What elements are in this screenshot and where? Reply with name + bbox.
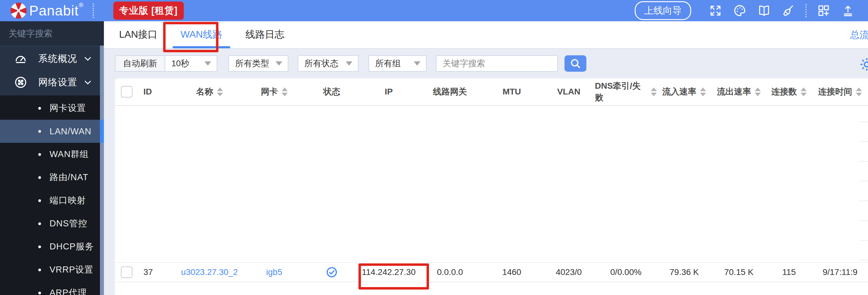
sidebar-item-arp-proxy[interactable]: ARP代理 (0, 281, 104, 295)
adjacent-panel-row-divider (859, 161, 868, 161)
sidebar-item-dhcp-service[interactable]: DHCP服务 (0, 235, 104, 258)
main-content: LAN接口 WAN线路 线路日志 总流量 自动刷新 10秒 所有类型 所有状态 … (104, 21, 868, 295)
bullet-icon (38, 199, 41, 202)
refresh-interval-select[interactable]: 10秒 (165, 55, 217, 72)
bullet-icon (38, 153, 41, 156)
adjacent-panel-row-divider (859, 220, 868, 221)
status-filter-select[interactable]: 所有状态 (298, 55, 359, 72)
bullet-icon (38, 130, 41, 133)
total-traffic-link[interactable]: 总流量 (850, 21, 868, 49)
caret-down-icon (276, 61, 282, 66)
upload-icon[interactable] (841, 4, 855, 18)
col-header-rate-out[interactable]: 流出速率 (712, 86, 766, 97)
type-filter-select[interactable]: 所有类型 (228, 55, 288, 72)
sidebar-item-dns-control[interactable]: DNS管控 (0, 212, 104, 235)
table-row[interactable]: 37 u3023.27.30_2 igb5 114.242.27.30 0.0.… (115, 262, 868, 282)
search-icon (570, 58, 581, 69)
bullet-icon (38, 245, 41, 248)
gauge-icon (14, 52, 27, 65)
sidebar-item-lan-wan[interactable]: LAN/WAN (0, 120, 104, 143)
umbrella-logo-icon (10, 2, 27, 20)
sort-arrows-icon (282, 88, 288, 96)
sort-arrows-icon (755, 88, 761, 96)
sort-arrows-icon (856, 88, 862, 96)
adjacent-panel-row-divider (859, 260, 868, 260)
select-all-cell (121, 86, 138, 97)
keyword-search-input[interactable] (436, 55, 558, 72)
topbar-icons-divider (805, 4, 807, 17)
chevron-down-icon (83, 54, 92, 63)
sidebar-section-system[interactable]: 系统概况 (0, 47, 104, 70)
col-header-dns[interactable]: DNS牵引/失败 (595, 80, 657, 103)
search-button[interactable] (564, 55, 586, 72)
adjacent-panel-row-divider (859, 141, 868, 142)
col-header-ip[interactable]: IP (359, 87, 419, 97)
col-header-status[interactable]: 状态 (305, 86, 359, 97)
sidebar-search-input[interactable] (8, 28, 124, 39)
manual-icon[interactable] (757, 4, 771, 18)
row-rate-out: 70.15 K (712, 267, 766, 277)
bullet-icon (38, 292, 41, 294)
fullscreen-icon[interactable] (709, 4, 722, 18)
col-header-nic[interactable]: 网卡 (243, 86, 305, 97)
sidebar-item-route-nat[interactable]: 路由/NAT (0, 166, 104, 189)
sidebar-search (0, 21, 104, 46)
sidebar-item-port-mapping[interactable]: 端口映射 (0, 189, 104, 212)
edition-badge: 专业版 [租赁] (113, 2, 184, 20)
row-name-link[interactable]: u3023.27.30_2 (181, 267, 238, 277)
sidebar-section-network[interactable]: 网络设置 (0, 70, 104, 94)
sort-arrows-icon (801, 88, 807, 96)
bullet-icon (38, 269, 41, 271)
top-bar: Panabit ® 专业版 [租赁] 上线向导 (0, 0, 868, 21)
sort-arrows-icon (651, 88, 657, 96)
adjacent-panel-row-divider (859, 181, 868, 181)
row-checkbox[interactable] (121, 266, 132, 278)
select-all-checkbox[interactable] (121, 86, 132, 97)
auto-refresh-button[interactable]: 自动刷新 (115, 55, 165, 72)
caret-down-icon (205, 61, 211, 66)
col-header-name[interactable]: 名称 (176, 86, 243, 97)
row-nic-link[interactable]: igb5 (266, 267, 282, 277)
grid-add-icon[interactable] (817, 4, 831, 18)
topbar-actions: 上线向导 (635, 1, 860, 20)
sidebar-section-label: 网络设置 (38, 76, 77, 89)
tab-line-log[interactable]: 线路日志 (246, 21, 284, 48)
table-empty-area (115, 106, 868, 262)
sort-arrows-icon (217, 88, 223, 96)
col-header-connections[interactable]: 连接数 (766, 86, 812, 97)
sidebar-item-wan-group[interactable]: WAN群组 (0, 143, 104, 166)
col-header-id[interactable]: ID (138, 87, 176, 97)
sidebar-item-vrrp[interactable]: VRRP设置 (0, 258, 104, 281)
group-filter-select[interactable]: 所有组 (369, 55, 427, 72)
sort-arrows-icon (700, 88, 706, 96)
topbar-divider (93, 3, 94, 18)
col-header-online-time[interactable]: 连接时间 (812, 86, 868, 97)
caret-down-icon (414, 61, 421, 66)
col-header-mtu[interactable]: MTU (481, 87, 542, 97)
row-online-time: 9/17:11:9 (812, 267, 868, 277)
bullet-icon (38, 107, 41, 110)
sidebar-item-nic-settings[interactable]: 网卡设置 (0, 97, 104, 120)
chevron-down-icon (83, 78, 92, 87)
row-vlan: 4023/0 (542, 267, 595, 277)
adjacent-panel-row-divider (859, 121, 868, 122)
col-header-rate-in[interactable]: 流入速率 (657, 86, 712, 97)
adjacent-panel-row-divider (859, 240, 868, 241)
col-header-gateway[interactable]: 线路网关 (419, 86, 481, 97)
clean-icon[interactable] (781, 4, 796, 18)
table-header-row: ID 名称 网卡 状态 IP 线路网关 MTU VLAN (115, 78, 868, 106)
panabit-logo[interactable]: Panabit ® (10, 1, 84, 21)
adjacent-panel-row-divider (859, 201, 868, 201)
tab-bar: LAN接口 WAN线路 线路日志 总流量 (104, 21, 868, 49)
tab-lan-interface[interactable]: LAN接口 (119, 21, 157, 48)
row-mtu: 1460 (481, 267, 542, 277)
refresh-group: 自动刷新 10秒 (115, 55, 217, 72)
brand-name: Panabit (29, 1, 79, 21)
tab-wan-lines[interactable]: WAN线路 (181, 21, 222, 48)
column-settings-gear-icon[interactable] (859, 57, 868, 72)
sidebar-scrollbar[interactable] (100, 46, 104, 295)
onboarding-wizard-button[interactable]: 上线向导 (635, 1, 691, 20)
palette-icon[interactable] (733, 4, 747, 18)
col-header-vlan[interactable]: VLAN (542, 87, 595, 97)
row-ip: 114.242.27.30 (359, 267, 419, 277)
